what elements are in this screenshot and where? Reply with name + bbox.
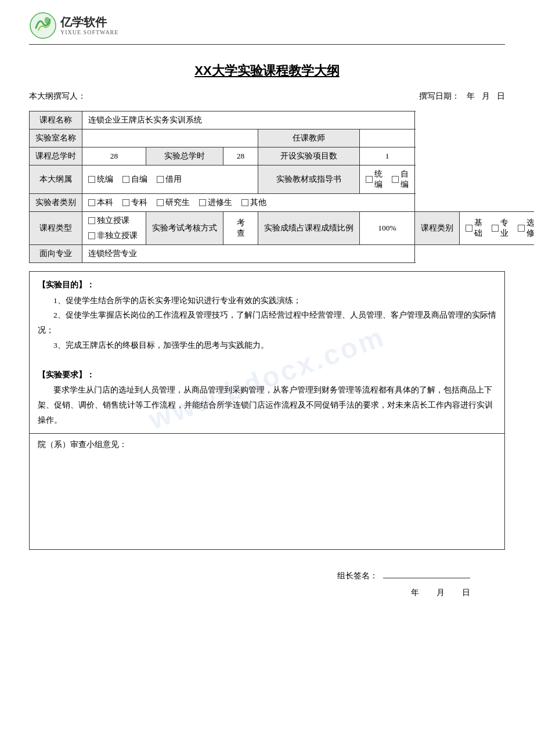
checkbox-icon [199, 199, 206, 206]
teacher-label: 任课教师 [258, 129, 360, 147]
course-type-cb-2: 非独立授课 [88, 231, 140, 241]
course-type-options: 独立授课 非独立授课 [82, 212, 146, 245]
student-opt-5: 其他 [250, 197, 266, 208]
date-section: 撰写日期： 年 月 日 [419, 91, 505, 102]
outline-opt-2: 自编 [131, 174, 147, 185]
purpose-section: 【实验目的】： 1、促使学生结合所学的店长实务理论知识进行专业有效的实践演练； … [29, 271, 505, 434]
outline-opt-3: 借用 [165, 174, 182, 185]
table-row-outline: 本大纲属 统编 自编 借用 [30, 165, 535, 194]
total-hours-value: 28 [82, 147, 146, 165]
checkbox-icon [518, 225, 525, 232]
checkbox-icon [466, 225, 472, 232]
textbook-label: 实验教材或指导书 [258, 165, 360, 194]
teacher-value [360, 129, 415, 147]
date-year: 年 [467, 91, 475, 102]
checkbox-icon [366, 176, 373, 183]
date-day: 日 [497, 91, 505, 102]
review-area: 院（系）审查小组意见： [29, 434, 505, 550]
category-options: 基础 专业 选修 必修 [460, 212, 535, 245]
outline-cb-1: 统编 [88, 174, 113, 185]
page-header: 亿学软件 YIXUE SOFTWARE [29, 12, 505, 45]
logo-icon [29, 12, 57, 39]
outline-label: 本大纲属 [30, 165, 82, 194]
textbook-opt-2: 自编 [400, 169, 409, 190]
exp-hours-value: 28 [223, 147, 258, 165]
author-section: 本大纲撰写人： [29, 91, 86, 102]
exp-count-label: 开设实验项目数 [258, 147, 360, 165]
student-opt-3: 研究生 [165, 197, 190, 208]
requirement-title: 【实验要求】： [38, 368, 496, 383]
main-table: 课程名称 连锁企业王牌店长实务实训系统 实验室名称 任课教师 课程总学时 28 … [29, 111, 534, 263]
textbook-options: 统编 自编 [360, 165, 415, 194]
table-row-course-name: 课程名称 连锁企业王牌店长实务实训系统 [30, 111, 535, 129]
lab-name-value [82, 129, 258, 147]
student-opt-2: 专科 [131, 197, 147, 208]
date-label: 撰写日期： [419, 91, 460, 102]
course-type-opt-1: 独立授课 [97, 215, 129, 226]
sig-year: 年 [411, 588, 419, 598]
sig-month: 月 [436, 588, 445, 598]
checkbox-icon [392, 176, 399, 183]
major-value: 连锁经营专业 [82, 245, 415, 263]
checkbox-icon [88, 232, 95, 239]
category-opt-1: 基础 [474, 218, 482, 239]
textbook-cb-1: 统编 [366, 169, 383, 190]
logo-sub-text: YIXUE SOFTWARE [60, 29, 118, 36]
category-cb-2: 专业 [492, 218, 508, 239]
meta-row: 本大纲撰写人： 撰写日期： 年 月 日 [29, 91, 505, 102]
purpose-item-1: 1、促使学生结合所学的店长实务理论知识进行专业有效的实践演练； [38, 293, 496, 308]
signature-area: 组长签名： [29, 567, 505, 585]
student-cb-3: 研究生 [157, 197, 190, 208]
checkbox-icon [122, 176, 129, 183]
review-label: 院（系）审查小组意见： [38, 440, 496, 450]
table-row-student-type: 实验者类别 本科 专科 研究生 [30, 194, 535, 212]
category-cb-1: 基础 [466, 218, 482, 239]
exam-label: 实验考试考核方式 [146, 212, 223, 245]
outline-opt-1: 统编 [97, 174, 113, 185]
score-value: 100% [360, 212, 415, 245]
logo: 亿学软件 YIXUE SOFTWARE [29, 12, 118, 39]
document-title: XX大学实验课程教学大纲 [29, 62, 505, 80]
purpose-item-3: 3、完成王牌店长的终极目标，加强学生的思考与实践能力。 [38, 338, 496, 353]
outline-options: 统编 自编 借用 [82, 165, 258, 194]
checkbox-icon [88, 199, 95, 206]
category-opt-3: 选修 [526, 218, 534, 239]
sig-day: 日 [462, 588, 470, 598]
course-type-opt-2: 非独立授课 [97, 231, 138, 241]
student-type-options: 本科 专科 研究生 进修生 [82, 194, 415, 212]
checkbox-icon [122, 199, 129, 206]
purpose-item-2: 2、促使学生掌握店长岗位的工作流程及管理技巧，了解门店经营过程中经营管理、人员管… [38, 308, 496, 337]
group-leader-label: 组长签名： [337, 571, 378, 580]
total-hours-label: 课程总学时 [30, 147, 82, 165]
checkbox-icon [88, 217, 95, 224]
logo-text: 亿学软件 YIXUE SOFTWARE [60, 15, 118, 36]
lab-name-label: 实验室名称 [30, 129, 82, 147]
author-label: 本大纲撰写人： [29, 91, 86, 102]
date-month: 月 [482, 91, 490, 102]
group-leader-row: 组长签名： [29, 567, 470, 585]
checkbox-icon [157, 176, 164, 183]
exp-count-value: 1 [360, 147, 415, 165]
course-name-value: 连锁企业王牌店长实务实训系统 [82, 111, 415, 129]
table-row-lab: 实验室名称 任课教师 [30, 129, 535, 147]
student-opt-4: 进修生 [208, 197, 232, 208]
student-cb-5: 其他 [241, 197, 266, 208]
table-row-major: 面向专业 连锁经营专业 [30, 245, 535, 263]
exp-hours-label: 实验总学时 [146, 147, 223, 165]
textbook-opt-1: 统编 [374, 169, 383, 190]
student-cb-1: 本科 [88, 197, 113, 208]
course-type-cb-1: 独立授课 [88, 215, 140, 226]
category-opt-2: 专业 [500, 218, 508, 239]
course-name-label: 课程名称 [30, 111, 82, 129]
checkbox-icon [492, 225, 499, 232]
requirement-content: 要求学生从门店的选址到人员管理，从商品管理到采购管理，从客户管理到财务管理等流程… [38, 383, 496, 427]
category-label: 课程类别 [415, 212, 460, 245]
textbook-cb-2: 自编 [392, 169, 409, 190]
checkbox-icon [88, 176, 95, 183]
checkbox-icon [157, 199, 164, 206]
purpose-title: 【实验目的】： [38, 278, 496, 293]
logo-main-text: 亿学软件 [60, 15, 118, 29]
student-cb-4: 进修生 [199, 197, 232, 208]
category-cb-3: 选修 [518, 218, 534, 239]
date-row: 年 月 日 [29, 588, 505, 598]
